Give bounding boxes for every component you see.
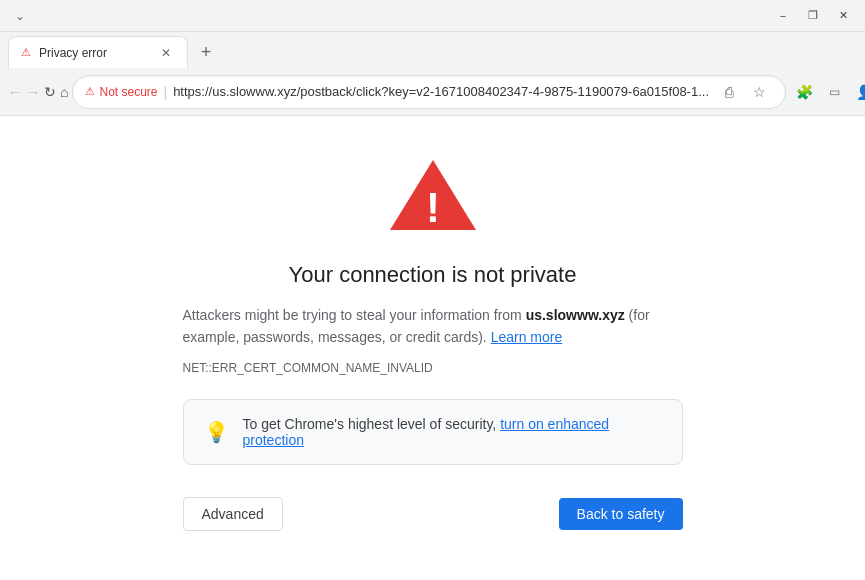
security-suggestion-box: 💡 To get Chrome's highest level of secur… — [183, 399, 683, 465]
error-code: NET::ERR_CERT_COMMON_NAME_INVALID — [183, 361, 683, 375]
not-secure-label: Not secure — [99, 85, 157, 99]
bulb-icon: 💡 — [204, 420, 229, 444]
bookmark-icon[interactable]: ☆ — [745, 78, 773, 106]
address-url: https://us.slowww.xyz/postback/click?key… — [173, 84, 709, 99]
back-to-safety-button[interactable]: Back to safety — [559, 498, 683, 530]
tab-title: Privacy error — [39, 46, 149, 60]
title-bar: ⌄ − ❐ ✕ — [0, 0, 865, 32]
toolbar-icons: 🧩 ▭ 👤 ⋮ — [790, 78, 865, 106]
security-text-part1: To get Chrome's highest level of securit… — [243, 416, 501, 432]
error-icon: ! — [388, 156, 478, 238]
security-suggestion-text: To get Chrome's highest level of securit… — [243, 416, 662, 448]
back-button[interactable]: ← — [8, 76, 22, 108]
minimize-button[interactable]: − — [769, 6, 797, 26]
restore-button[interactable]: ❐ — [799, 6, 827, 26]
address-bar-row: ← → ↻ ⌂ ⚠ Not secure | https://us.slowww… — [0, 68, 865, 116]
window-controls: − ❐ ✕ — [769, 6, 857, 26]
tab-bar: ⚠ Privacy error ✕ + — [0, 32, 865, 68]
address-divider: | — [164, 84, 168, 100]
error-triangle-svg: ! — [388, 156, 478, 234]
cast-icon[interactable]: ▭ — [820, 78, 848, 106]
error-domain: us.slowww.xyz — [526, 307, 625, 323]
svg-text:!: ! — [426, 184, 440, 231]
error-title: Your connection is not private — [289, 262, 577, 288]
address-bar[interactable]: ⚠ Not secure | https://us.slowww.xyz/pos… — [72, 75, 786, 109]
advanced-button[interactable]: Advanced — [183, 497, 283, 531]
not-secure-badge: ⚠ Not secure — [85, 85, 157, 99]
close-button[interactable]: ✕ — [829, 6, 857, 26]
title-bar-left: ⌄ — [8, 4, 36, 28]
page-content: ! Your connection is not private Attacke… — [0, 116, 865, 580]
tab-close-button[interactable]: ✕ — [157, 44, 175, 62]
extension-icon[interactable]: 🧩 — [790, 78, 818, 106]
new-tab-button[interactable]: + — [192, 38, 220, 66]
forward-button[interactable]: → — [26, 76, 40, 108]
share-icon[interactable]: ⎙ — [715, 78, 743, 106]
tab-favicon-icon: ⚠ — [21, 46, 31, 59]
expand-icon[interactable]: ⌄ — [8, 4, 32, 28]
action-buttons: Advanced Back to safety — [183, 497, 683, 531]
address-actions: ⎙ ☆ — [715, 78, 773, 106]
profile-icon[interactable]: 👤 — [850, 78, 865, 106]
description-text-part1: Attackers might be trying to steal your … — [183, 307, 526, 323]
active-tab[interactable]: ⚠ Privacy error ✕ — [8, 36, 188, 68]
learn-more-link[interactable]: Learn more — [491, 329, 563, 345]
home-button[interactable]: ⌂ — [60, 76, 68, 108]
error-description: Attackers might be trying to steal your … — [183, 304, 683, 349]
reload-button[interactable]: ↻ — [44, 76, 56, 108]
warning-icon: ⚠ — [85, 85, 95, 98]
